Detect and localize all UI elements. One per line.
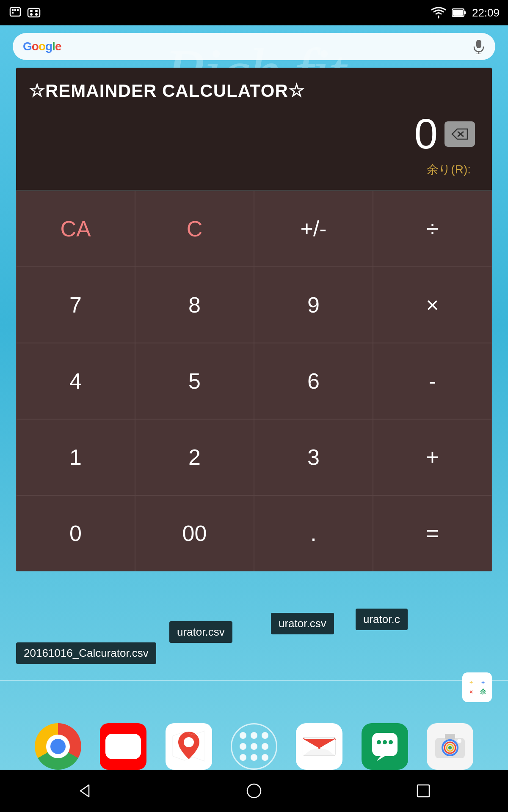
status-bar-left (8, 6, 41, 19)
battery-icon (452, 7, 466, 19)
calc-mini-icon: ÷ + × 余 (462, 672, 492, 702)
wifi-icon (431, 7, 446, 19)
svg-point-9 (35, 13, 38, 16)
recent-apps-button[interactable] (406, 774, 440, 808)
svg-point-33 (247, 784, 261, 798)
dock-maps-icon[interactable] (166, 723, 212, 770)
dock-hangouts-icon[interactable] (362, 723, 408, 770)
button-divide[interactable]: ÷ (373, 191, 492, 267)
calculator-grid: CA C +/- ÷ 7 8 9 × 4 5 6 - 1 2 3 + 0 00 … (16, 190, 492, 571)
button-9[interactable]: 9 (254, 267, 373, 343)
dock-camera-icon[interactable] (427, 723, 473, 770)
google-logo: Google (23, 40, 61, 53)
svg-rect-4 (17, 9, 19, 11)
home-button[interactable] (237, 774, 271, 808)
file-labels-area: 20161016_Calcurator.csv urator.csv urato… (0, 601, 508, 668)
button-4[interactable]: 4 (16, 343, 135, 419)
remainder-display: 余り(R): (29, 158, 479, 178)
apps-dot (240, 754, 246, 761)
navigation-bar (0, 770, 508, 812)
svg-rect-11 (464, 11, 466, 14)
button-5[interactable]: 5 (135, 343, 254, 419)
file-label-2: urator.csv (169, 621, 232, 643)
back-button[interactable] (68, 774, 102, 808)
apps-dot (262, 743, 268, 750)
button-00[interactable]: 00 (135, 495, 254, 571)
svg-point-30 (448, 746, 452, 749)
dock-divider (0, 680, 508, 681)
svg-rect-26 (445, 734, 455, 740)
svg-rect-22 (377, 740, 381, 744)
dock-apps-icon[interactable] (231, 723, 277, 770)
button-3[interactable]: 3 (254, 419, 373, 495)
button-plusminus[interactable]: +/- (254, 191, 373, 267)
apps-dot (251, 732, 257, 739)
apps-dot (262, 754, 268, 761)
svg-rect-12 (453, 10, 463, 16)
dock-gmail-icon[interactable] (296, 723, 342, 770)
button-ca[interactable]: CA (16, 191, 135, 267)
svg-rect-5 (28, 8, 40, 17)
button-0[interactable]: 0 (16, 495, 135, 571)
apps-dot (251, 743, 257, 750)
apps-dot (262, 732, 268, 739)
svg-rect-13 (476, 40, 481, 48)
calculator-app: ☆REMAINDER CALCULATOR☆ 0 余り(R): CA C +/-… (16, 68, 492, 571)
dock-chrome-icon[interactable] (35, 723, 81, 770)
youtube-play-triangle (117, 737, 133, 756)
microphone-icon[interactable] (472, 39, 485, 54)
svg-marker-32 (80, 785, 89, 797)
button-subtract[interactable]: - (373, 343, 492, 419)
svg-point-7 (35, 10, 38, 12)
dock (0, 723, 508, 770)
apps-dots-grid (235, 728, 273, 765)
file-label-1: 20161016_Calcurator.csv (16, 642, 156, 664)
svg-rect-21 (372, 733, 398, 756)
svg-point-19 (184, 737, 194, 747)
svg-rect-0 (10, 8, 20, 16)
status-bar-right: 22:09 (431, 6, 500, 19)
apps-dot (251, 754, 257, 761)
svg-point-31 (457, 739, 461, 743)
file-label-4: urator.c (356, 609, 408, 630)
button-7[interactable]: 7 (16, 267, 135, 343)
svg-rect-24 (389, 740, 393, 744)
status-time: 22:09 (472, 6, 500, 19)
svg-rect-2 (12, 12, 14, 14)
button-add[interactable]: + (373, 419, 492, 495)
svg-point-8 (30, 13, 33, 16)
notification-icon-2 (27, 6, 41, 19)
calc-main-display-row: 0 (29, 110, 479, 158)
backspace-button[interactable] (444, 121, 475, 147)
button-2[interactable]: 2 (135, 419, 254, 495)
search-bar[interactable]: Google (13, 33, 495, 60)
dock-youtube-icon[interactable] (100, 723, 146, 770)
notification-icon-1 (8, 6, 22, 19)
file-label-3: urator.csv (271, 613, 334, 634)
button-1[interactable]: 1 (16, 419, 135, 495)
calc-number-display: 0 (414, 110, 438, 158)
button-multiply[interactable]: × (373, 267, 492, 343)
button-equals[interactable]: = (373, 495, 492, 571)
apps-dot (240, 732, 246, 739)
svg-point-6 (30, 10, 33, 12)
svg-rect-3 (14, 9, 16, 11)
svg-rect-34 (417, 785, 429, 797)
chrome-inner (46, 735, 70, 758)
svg-rect-1 (12, 9, 14, 11)
youtube-button-shape (105, 734, 141, 759)
svg-rect-23 (383, 740, 387, 744)
button-dot[interactable]: . (254, 495, 373, 571)
calculator-title: ☆REMAINDER CALCULATOR☆ (16, 68, 492, 105)
button-6[interactable]: 6 (254, 343, 373, 419)
status-bar: 22:09 (0, 0, 508, 25)
button-8[interactable]: 8 (135, 267, 254, 343)
calculator-display: 0 余り(R): (16, 105, 492, 190)
apps-dot (240, 743, 246, 750)
button-c[interactable]: C (135, 191, 254, 267)
